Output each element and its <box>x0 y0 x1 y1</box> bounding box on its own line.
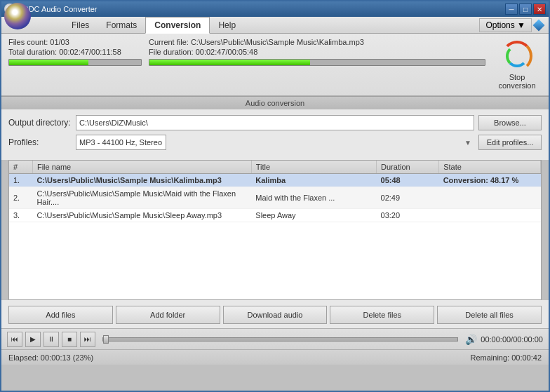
browse-button[interactable]: Browse... <box>478 115 542 130</box>
select-arrow-icon: ▼ <box>464 139 471 147</box>
row2-title: Maid with the Flaxen ... <box>251 187 376 209</box>
diamond-icon <box>533 19 545 31</box>
profiles-select-wrapper: MP3 - 44100 Hz, Stereo ▼ <box>76 135 474 150</box>
menu-items: Files Formats Conversion Help <box>63 17 244 33</box>
download-audio-button[interactable]: Download audio <box>223 306 328 324</box>
row2-state <box>439 187 541 209</box>
file-table: # File name Title Duration State 1. C:\U… <box>9 161 541 222</box>
current-file: Current file: C:\Users\Public\Music\Samp… <box>149 38 485 46</box>
volume-icon: 🔊 <box>465 334 477 345</box>
row1-filename: C:\Users\Public\Music\Sample Music\Kalim… <box>32 174 251 187</box>
row3-filename: C:\Users\Public\Music\Sample Music\Sleep… <box>32 209 251 222</box>
delete-files-button[interactable]: Delete files <box>330 306 434 324</box>
minimize-button[interactable]: ─ <box>505 4 518 15</box>
add-files-button[interactable]: Add files <box>8 306 113 324</box>
col-header-filename: File name <box>32 161 251 174</box>
menu-help[interactable]: Help <box>210 17 244 33</box>
spinner-inner <box>506 45 528 67</box>
window-controls: ─ □ ✕ <box>505 4 546 15</box>
elapsed-label: Elapsed: 00:00:13 (23%) <box>8 353 93 362</box>
output-directory-input[interactable] <box>76 115 474 130</box>
col-header-state: State <box>439 161 541 174</box>
menu-conversion[interactable]: Conversion <box>145 17 210 34</box>
seek-thumb <box>103 335 109 344</box>
menu-right: Options ▼ <box>479 17 549 33</box>
col-header-num: # <box>9 161 32 174</box>
menu-bar: Files Formats Conversion Help Options ▼ <box>1 17 549 34</box>
stop-conversion-button[interactable]: Stopconversion <box>492 38 542 93</box>
app-logo <box>4 3 31 29</box>
stop-transport-icon: ■ <box>67 335 72 343</box>
file-duration: File duration: 00:02:47/00:05:48 <box>149 48 485 56</box>
status-bar: Elapsed: 00:00:13 (23%) Remaining: 00:00… <box>1 349 549 365</box>
left-progress-bar <box>8 59 142 66</box>
status-left: Files count: 01/03 Total duration: 00:02… <box>8 38 142 66</box>
row2-num: 2. <box>9 187 32 209</box>
time-display: 00:00:00/00:00:00 <box>480 335 543 344</box>
status-panel: Files count: 01/03 Total duration: 00:02… <box>1 34 549 96</box>
forward-button[interactable]: ⏭ <box>80 332 95 347</box>
stop-icon <box>502 41 532 72</box>
output-directory-row: Output directory: Browse... <box>8 115 542 130</box>
file-table-container: # File name Title Duration State 1. C:\U… <box>8 160 542 300</box>
profiles-select[interactable]: MP3 - 44100 Hz, Stereo <box>76 135 166 150</box>
left-progress-fill <box>9 60 88 65</box>
row3-duration: 03:20 <box>377 209 439 222</box>
total-duration: Total duration: 00:02:47/00:11:58 <box>8 48 142 56</box>
play-icon: ▶ <box>30 335 36 343</box>
close-button[interactable]: ✕ <box>533 4 546 15</box>
files-count: Files count: 01/03 <box>8 38 142 46</box>
pause-icon: ⏸ <box>48 335 55 343</box>
edit-profiles-button[interactable]: Edit profiles... <box>478 135 542 150</box>
row2-duration: 02:49 <box>377 187 439 209</box>
row1-state: Conversion: 48.17 % <box>439 174 541 187</box>
col-header-duration: Duration <box>377 161 439 174</box>
options-button[interactable]: Options ▼ <box>479 18 532 32</box>
row3-title: Sleep Away <box>251 209 376 222</box>
profiles-row: Profiles: MP3 - 44100 Hz, Stereo ▼ Edit … <box>8 135 542 150</box>
stop-label: Stopconversion <box>498 73 535 90</box>
rewind-button[interactable]: ⏮ <box>7 332 22 347</box>
row1-duration: 05:48 <box>377 174 439 187</box>
delete-all-files-button[interactable]: Delete all files <box>437 306 542 324</box>
audio-conversion-label: Audio conversion <box>1 96 549 109</box>
menu-files[interactable]: Files <box>63 17 98 33</box>
pause-button[interactable]: ⏸ <box>43 332 59 347</box>
rewind-icon: ⏮ <box>11 335 18 343</box>
row3-state <box>439 209 541 222</box>
profiles-label: Profiles: <box>8 137 72 147</box>
menu-formats[interactable]: Formats <box>98 17 145 33</box>
play-button[interactable]: ▶ <box>25 332 41 347</box>
transport-bar: ⏮ ▶ ⏸ ■ ⏭ 🔊 00:00:00/00:00:00 <box>1 328 549 349</box>
stop-transport-button[interactable]: ■ <box>62 332 77 347</box>
bottom-buttons: Add files Add folder Download audio Dele… <box>1 300 549 328</box>
seek-bar[interactable] <box>102 337 458 342</box>
table-row[interactable]: 3. C:\Users\Public\Music\Sample Music\Sl… <box>9 209 541 222</box>
add-folder-button[interactable]: Add folder <box>116 306 220 324</box>
row3-num: 3. <box>9 209 32 222</box>
main-area: Output directory: Browse... Profiles: MP… <box>1 109 549 160</box>
output-directory-label: Output directory: <box>8 118 72 128</box>
row1-title: Kalimba <box>251 174 376 187</box>
table-row[interactable]: 2. C:\Users\Public\Music\Sample Music\Ma… <box>9 187 541 209</box>
row1-num: 1. <box>9 174 32 187</box>
status-right: Current file: C:\Users\Public\Music\Samp… <box>149 38 485 66</box>
col-header-title: Title <box>251 161 376 174</box>
title-bar: VSDC Audio Converter ─ □ ✕ <box>1 1 549 17</box>
maximize-button[interactable]: □ <box>519 4 532 15</box>
remaining-label: Remaining: 00:00:42 <box>470 353 542 362</box>
table-header-row: # File name Title Duration State <box>9 161 541 174</box>
forward-icon: ⏭ <box>84 335 91 343</box>
right-progress-fill <box>149 60 310 65</box>
row2-filename: C:\Users\Public\Music\Sample Music\Maid … <box>32 187 251 209</box>
right-progress-bar <box>149 59 485 66</box>
table-row[interactable]: 1. C:\Users\Public\Music\Sample Music\Ka… <box>9 174 541 187</box>
